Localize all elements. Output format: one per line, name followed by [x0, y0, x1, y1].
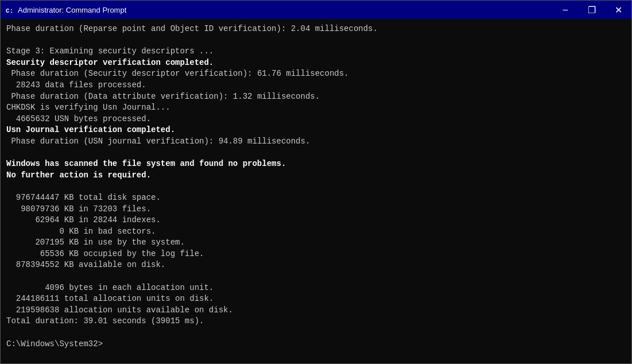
svg-text:_: _: [10, 9, 13, 14]
terminal-output: Phase duration (Reparse point and Object…: [6, 24, 626, 350]
window: C: _ Administrator: Command Prompt – ❐ ✕…: [0, 0, 632, 364]
close-button[interactable]: ✕: [605, 1, 631, 19]
title-bar-controls: – ❐ ✕: [552, 1, 631, 19]
terminal-body: Phase duration (Reparse point and Object…: [1, 19, 631, 363]
minimize-button[interactable]: –: [552, 1, 579, 19]
cmd-icon: C: _: [5, 5, 14, 14]
title-bar: C: _ Administrator: Command Prompt – ❐ ✕: [1, 1, 631, 19]
restore-button[interactable]: ❐: [579, 1, 605, 19]
title-bar-title: Administrator: Command Prompt: [18, 6, 627, 14]
